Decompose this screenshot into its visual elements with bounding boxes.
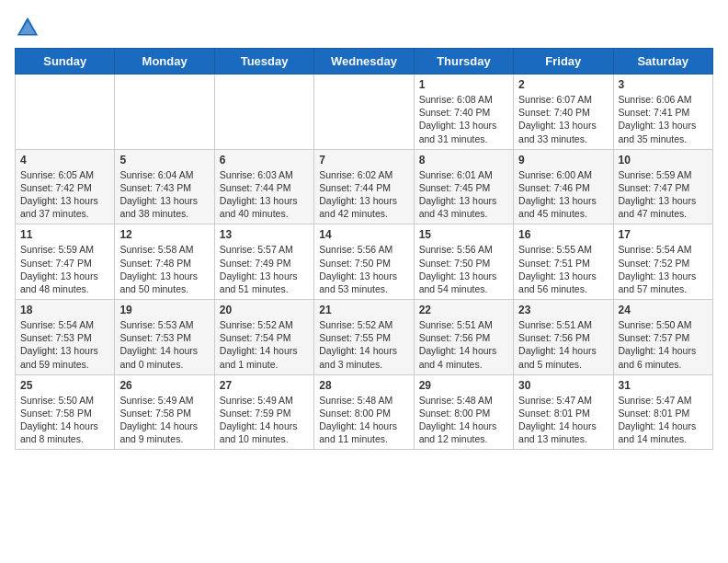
calendar-cell: 25Sunrise: 5:50 AMSunset: 7:58 PMDayligh… [16,374,115,450]
day-of-week-header: Thursday [414,49,513,75]
day-info: Sunrise: 5:50 AMSunset: 7:58 PMDaylight:… [20,394,109,446]
day-info: Sunrise: 5:47 AMSunset: 8:01 PMDaylight:… [619,394,708,446]
calendar-cell: 14Sunrise: 5:56 AMSunset: 7:50 PMDayligh… [314,224,414,300]
day-number: 11 [20,228,109,241]
day-info: Sunrise: 5:56 AMSunset: 7:50 PMDaylight:… [419,243,508,295]
day-info: Sunrise: 6:02 AMSunset: 7:44 PMDaylight:… [319,168,408,221]
day-number: 3 [619,78,708,91]
day-number: 31 [619,379,708,392]
calendar-cell: 27Sunrise: 5:49 AMSunset: 7:59 PMDayligh… [214,374,313,450]
calendar-cell: 24Sunrise: 5:50 AMSunset: 7:57 PMDayligh… [613,300,712,375]
day-number: 9 [518,154,608,167]
day-info: Sunrise: 5:48 AMSunset: 8:00 PMDaylight:… [319,394,408,446]
day-info: Sunrise: 6:03 AMSunset: 7:44 PMDaylight:… [220,168,309,221]
page-header [15,15,713,40]
day-of-week-header: Sunday [16,49,115,75]
calendar-cell: 16Sunrise: 5:55 AMSunset: 7:51 PMDayligh… [514,224,613,300]
day-number: 27 [220,379,309,392]
day-info: Sunrise: 6:04 AMSunset: 7:43 PMDaylight:… [119,168,209,221]
day-info: Sunrise: 5:54 AMSunset: 7:53 PMDaylight:… [20,318,109,371]
day-of-week-header: Friday [514,49,613,75]
calendar-cell: 29Sunrise: 5:48 AMSunset: 8:00 PMDayligh… [414,374,513,450]
day-info: Sunrise: 6:07 AMSunset: 7:40 PMDaylight:… [518,93,608,145]
day-info: Sunrise: 5:49 AMSunset: 7:58 PMDaylight:… [119,394,209,446]
calendar-cell: 30Sunrise: 5:47 AMSunset: 8:01 PMDayligh… [514,374,613,450]
calendar-header-row: SundayMondayTuesdayWednesdayThursdayFrid… [16,49,713,75]
day-info: Sunrise: 5:56 AMSunset: 7:50 PMDaylight:… [319,243,408,295]
day-info: Sunrise: 5:59 AMSunset: 7:47 PMDaylight:… [20,243,109,295]
calendar-cell: 7Sunrise: 6:02 AMSunset: 7:44 PMDaylight… [314,149,414,224]
day-number: 30 [518,379,608,392]
day-number: 21 [319,304,408,316]
day-info: Sunrise: 6:05 AMSunset: 7:42 PMDaylight:… [20,168,109,221]
calendar-cell [115,75,214,150]
calendar-cell: 20Sunrise: 5:52 AMSunset: 7:54 PMDayligh… [214,300,313,375]
day-number: 17 [619,228,708,241]
day-info: Sunrise: 5:49 AMSunset: 7:59 PMDaylight:… [220,394,309,446]
calendar-cell: 9Sunrise: 6:00 AMSunset: 7:46 PMDaylight… [514,149,613,224]
calendar-cell: 3Sunrise: 6:06 AMSunset: 7:41 PMDaylight… [613,75,712,150]
day-number: 14 [319,228,408,241]
calendar-cell [214,75,313,150]
day-number: 22 [419,304,508,316]
logo-icon [15,15,40,40]
calendar-cell [16,75,115,150]
day-number: 1 [419,78,508,91]
day-of-week-header: Monday [115,49,214,75]
day-of-week-header: Saturday [613,49,712,75]
calendar-cell: 8Sunrise: 6:01 AMSunset: 7:45 PMDaylight… [414,149,513,224]
day-number: 2 [518,78,608,91]
day-number: 23 [518,304,608,316]
calendar-cell: 28Sunrise: 5:48 AMSunset: 8:00 PMDayligh… [314,374,414,450]
calendar-cell: 12Sunrise: 5:58 AMSunset: 7:48 PMDayligh… [115,224,214,300]
calendar-week-row: 18Sunrise: 5:54 AMSunset: 7:53 PMDayligh… [16,300,713,375]
calendar-cell: 4Sunrise: 6:05 AMSunset: 7:42 PMDaylight… [16,149,115,224]
day-number: 5 [119,154,209,167]
calendar-cell: 23Sunrise: 5:51 AMSunset: 7:56 PMDayligh… [514,300,613,375]
calendar-cell: 21Sunrise: 5:52 AMSunset: 7:55 PMDayligh… [314,300,414,375]
day-info: Sunrise: 6:01 AMSunset: 7:45 PMDaylight:… [419,168,508,221]
calendar-cell: 19Sunrise: 5:53 AMSunset: 7:53 PMDayligh… [115,300,214,375]
calendar-cell: 10Sunrise: 5:59 AMSunset: 7:47 PMDayligh… [613,149,712,224]
day-info: Sunrise: 5:50 AMSunset: 7:57 PMDaylight:… [619,318,708,371]
day-info: Sunrise: 6:00 AMSunset: 7:46 PMDaylight:… [518,168,608,221]
day-info: Sunrise: 5:59 AMSunset: 7:47 PMDaylight:… [619,168,708,221]
calendar-cell: 17Sunrise: 5:54 AMSunset: 7:52 PMDayligh… [613,224,712,300]
calendar-week-row: 4Sunrise: 6:05 AMSunset: 7:42 PMDaylight… [16,149,713,224]
day-number: 25 [20,379,109,392]
day-number: 8 [419,154,508,167]
calendar-cell [314,75,414,150]
day-info: Sunrise: 5:55 AMSunset: 7:51 PMDaylight:… [518,243,608,295]
day-info: Sunrise: 6:06 AMSunset: 7:41 PMDaylight:… [619,93,708,145]
day-number: 19 [119,304,209,316]
calendar-week-row: 25Sunrise: 5:50 AMSunset: 7:58 PMDayligh… [16,374,713,450]
day-info: Sunrise: 6:08 AMSunset: 7:40 PMDaylight:… [419,93,508,145]
day-info: Sunrise: 5:58 AMSunset: 7:48 PMDaylight:… [119,243,209,295]
day-number: 24 [619,304,708,316]
day-of-week-header: Wednesday [314,49,414,75]
day-number: 13 [220,228,309,241]
day-number: 18 [20,304,109,316]
day-info: Sunrise: 5:52 AMSunset: 7:55 PMDaylight:… [319,318,408,371]
day-info: Sunrise: 5:47 AMSunset: 8:01 PMDaylight:… [518,394,608,446]
calendar-cell: 1Sunrise: 6:08 AMSunset: 7:40 PMDaylight… [414,75,513,150]
day-info: Sunrise: 5:51 AMSunset: 7:56 PMDaylight:… [518,318,608,371]
calendar-cell: 6Sunrise: 6:03 AMSunset: 7:44 PMDaylight… [214,149,313,224]
day-number: 20 [220,304,309,316]
day-number: 7 [319,154,408,167]
calendar-cell: 5Sunrise: 6:04 AMSunset: 7:43 PMDaylight… [115,149,214,224]
day-number: 15 [419,228,508,241]
day-number: 26 [119,379,209,392]
day-info: Sunrise: 5:53 AMSunset: 7:53 PMDaylight:… [119,318,209,371]
day-number: 16 [518,228,608,241]
calendar-cell: 31Sunrise: 5:47 AMSunset: 8:01 PMDayligh… [613,374,712,450]
day-info: Sunrise: 5:52 AMSunset: 7:54 PMDaylight:… [220,318,309,371]
day-number: 10 [619,154,708,167]
calendar-cell: 2Sunrise: 6:07 AMSunset: 7:40 PMDaylight… [514,75,613,150]
day-number: 4 [20,154,109,167]
calendar-cell: 11Sunrise: 5:59 AMSunset: 7:47 PMDayligh… [16,224,115,300]
day-info: Sunrise: 5:48 AMSunset: 8:00 PMDaylight:… [419,394,508,446]
day-info: Sunrise: 5:54 AMSunset: 7:52 PMDaylight:… [619,243,708,295]
calendar-week-row: 1Sunrise: 6:08 AMSunset: 7:40 PMDaylight… [16,75,713,150]
day-info: Sunrise: 5:51 AMSunset: 7:56 PMDaylight:… [419,318,508,371]
